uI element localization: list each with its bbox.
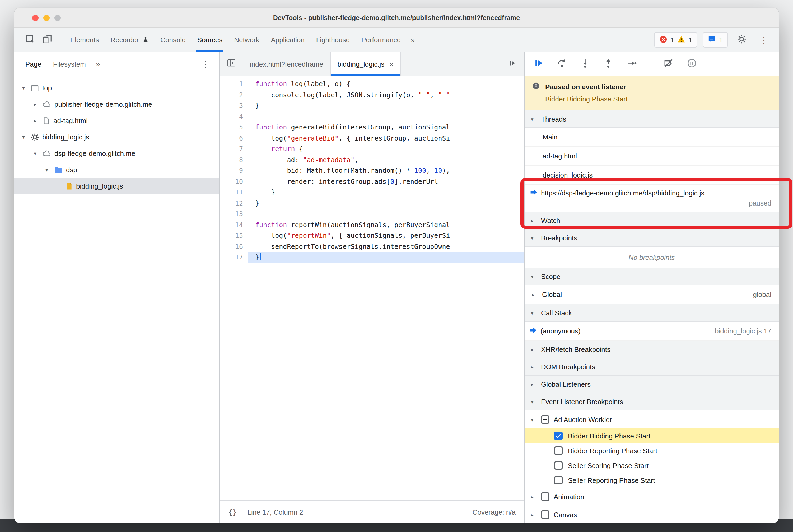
chevron-right-icon[interactable]: ▸ bbox=[531, 494, 537, 499]
checkbox-unchecked[interactable] bbox=[554, 446, 563, 455]
device-toolbar-button[interactable] bbox=[39, 32, 55, 48]
code-line[interactable]: 14function reportWin(auctionSignals, per… bbox=[220, 220, 524, 230]
tab-elements[interactable]: Elements bbox=[64, 28, 105, 52]
chevron-right-icon[interactable]: ▸ bbox=[31, 101, 39, 107]
code-line[interactable]: 7 return { bbox=[220, 144, 524, 154]
chevron-down-icon[interactable]: ▾ bbox=[20, 85, 27, 91]
checkbox-unchecked[interactable] bbox=[554, 476, 563, 484]
chevron-right-icon[interactable]: ▸ bbox=[31, 118, 39, 124]
thread-main[interactable]: Main bbox=[525, 128, 779, 147]
code-line[interactable]: 11 } bbox=[220, 187, 524, 198]
more-panels-button[interactable]: » bbox=[407, 28, 419, 52]
step-out-button[interactable] bbox=[599, 55, 618, 72]
tree-item-dsp-origin[interactable]: ▾ dsp-fledge-demo.glitch.me bbox=[14, 145, 219, 162]
step-into-button[interactable] bbox=[575, 55, 594, 72]
elb-group-ad-auction-worklet[interactable]: ▾ Ad Auction Worklet bbox=[525, 411, 779, 429]
code-line[interactable]: 8 ad: "ad-metadata", bbox=[220, 154, 524, 165]
issues-badge[interactable]: 1 bbox=[703, 32, 728, 48]
line-number[interactable]: 15 bbox=[220, 230, 248, 241]
line-number[interactable]: 3 bbox=[220, 100, 248, 111]
chevron-down-icon[interactable]: ▾ bbox=[20, 134, 27, 140]
tree-item-publisher-origin[interactable]: ▸ publisher-fledge-demo.glitch.me bbox=[14, 96, 219, 113]
errors-warnings-badge[interactable]: 1 1 bbox=[654, 32, 697, 48]
pause-on-exceptions-button[interactable] bbox=[682, 55, 701, 72]
line-number[interactable]: 1 bbox=[220, 79, 248, 90]
line-number[interactable]: 2 bbox=[220, 90, 248, 100]
checkbox-checked[interactable] bbox=[554, 432, 563, 440]
code-editor[interactable]: 1function log(label, o) { 2 console.log(… bbox=[220, 76, 524, 500]
tree-item-bidding-logic-worklet[interactable]: ▾ bidding_logic.js bbox=[14, 129, 219, 145]
code-line[interactable]: 15 log("reportWin", { auctionSignals, pe… bbox=[220, 230, 524, 241]
code-line[interactable]: 9 bid: Math.floor(Math.random() * 100, 1… bbox=[220, 165, 524, 176]
zoom-window-button[interactable] bbox=[54, 15, 61, 21]
tab-overflow-button[interactable] bbox=[501, 52, 524, 76]
checkbox-unchecked[interactable] bbox=[554, 461, 563, 470]
section-scope[interactable]: ▾ Scope bbox=[525, 268, 779, 285]
line-number[interactable]: 10 bbox=[220, 176, 248, 187]
line-number[interactable]: 16 bbox=[220, 241, 248, 252]
line-number[interactable]: 9 bbox=[220, 165, 248, 176]
section-xhr-breakpoints[interactable]: ▸ XHR/fetch Breakpoints bbox=[525, 341, 779, 358]
more-navigator-tabs-button[interactable]: » bbox=[92, 60, 105, 68]
elb-group-canvas[interactable]: ▸ Canvas bbox=[525, 506, 779, 523]
resume-button[interactable] bbox=[529, 55, 548, 72]
section-event-listener-breakpoints[interactable]: ▾ Event Listener Breakpoints bbox=[525, 393, 779, 411]
code-line[interactable]: 16 sendReportTo(browserSignals.interestG… bbox=[220, 241, 524, 252]
tab-lighthouse[interactable]: Lighthouse bbox=[310, 28, 356, 52]
close-tab-icon[interactable]: × bbox=[389, 59, 394, 69]
chevron-right-icon[interactable]: ▸ bbox=[531, 512, 537, 517]
line-number[interactable]: 7 bbox=[220, 144, 248, 154]
tab-console[interactable]: Console bbox=[154, 28, 191, 52]
checkbox-unchecked[interactable] bbox=[541, 510, 549, 519]
tab-page[interactable]: Page bbox=[20, 52, 47, 76]
code-line[interactable]: 3} bbox=[220, 100, 524, 111]
code-line[interactable]: 12} bbox=[220, 198, 524, 209]
code-line[interactable]: 2 console.log(label, JSON.stringify(o, "… bbox=[220, 90, 524, 100]
thread-ad-tag[interactable]: ad-tag.html bbox=[525, 147, 779, 166]
minimize-window-button[interactable] bbox=[43, 15, 50, 21]
main-menu-button[interactable]: ⋮ bbox=[755, 32, 772, 48]
code-line[interactable]: 5function generateBid(interestGroup, auc… bbox=[220, 122, 524, 133]
tree-item-top[interactable]: ▾ top bbox=[14, 80, 219, 96]
call-stack-frame[interactable]: (anonymous) bidding_logic.js:17 bbox=[525, 322, 779, 341]
elb-item-bidder-bidding-phase-start[interactable]: Bidder Bidding Phase Start bbox=[525, 429, 779, 443]
line-number[interactable]: 8 bbox=[220, 154, 248, 165]
line-number[interactable]: 6 bbox=[220, 133, 248, 144]
tree-item-ad-tag[interactable]: ▸ ad-tag.html bbox=[14, 113, 219, 129]
elb-item-seller-reporting-phase-start[interactable]: Seller Reporting Phase Start bbox=[525, 473, 779, 488]
editor-tab-index-html[interactable]: index.html?fencedframe bbox=[243, 52, 331, 76]
chevron-right-icon[interactable]: ▸ bbox=[532, 292, 538, 298]
editor-tab-bidding-logic[interactable]: bidding_logic.js × bbox=[331, 52, 401, 76]
step-over-button[interactable] bbox=[552, 55, 571, 72]
tab-application[interactable]: Application bbox=[265, 28, 310, 52]
toggle-navigator-button[interactable] bbox=[220, 52, 243, 76]
elb-group-animation[interactable]: ▸ Animation bbox=[525, 488, 779, 506]
line-number[interactable]: 11 bbox=[220, 187, 248, 198]
section-dom-breakpoints[interactable]: ▸ DOM Breakpoints bbox=[525, 358, 779, 376]
section-global-listeners[interactable]: ▸ Global Listeners bbox=[525, 376, 779, 393]
navigator-menu-button[interactable]: ⋮ bbox=[197, 55, 214, 72]
section-breakpoints[interactable]: ▾ Breakpoints bbox=[525, 229, 779, 247]
inspect-element-button[interactable] bbox=[22, 32, 39, 48]
chevron-down-icon[interactable]: ▾ bbox=[531, 417, 537, 422]
deactivate-breakpoints-button[interactable] bbox=[659, 55, 678, 72]
chevron-down-icon[interactable]: ▾ bbox=[43, 167, 51, 173]
code-line[interactable]: 10 render: interestGroup.ads[0].renderUr… bbox=[220, 176, 524, 187]
code-line[interactable]: 4 bbox=[220, 111, 524, 122]
section-threads[interactable]: ▾ Threads bbox=[525, 110, 779, 128]
line-number[interactable]: 12 bbox=[220, 198, 248, 209]
line-number[interactable]: 14 bbox=[220, 220, 248, 230]
scope-global-row[interactable]: ▸ Global global bbox=[525, 285, 779, 304]
tab-network[interactable]: Network bbox=[228, 28, 265, 52]
chevron-down-icon[interactable]: ▾ bbox=[31, 151, 39, 156]
close-window-button[interactable] bbox=[32, 15, 39, 21]
tree-item-dsp-folder[interactable]: ▾ dsp bbox=[14, 162, 219, 178]
elb-item-seller-scoring-phase-start[interactable]: Seller Scoring Phase Start bbox=[525, 458, 779, 473]
code-line[interactable]: 1function log(label, o) { bbox=[220, 79, 524, 90]
pretty-print-icon[interactable]: {} bbox=[228, 508, 237, 516]
line-number[interactable]: 5 bbox=[220, 122, 248, 133]
code-line[interactable]: 13 bbox=[220, 209, 524, 220]
checkbox-unchecked[interactable] bbox=[541, 492, 549, 501]
section-call-stack[interactable]: ▾ Call Stack bbox=[525, 304, 779, 322]
code-line[interactable]: 6 log("generateBid", { interestGroup, au… bbox=[220, 133, 524, 144]
